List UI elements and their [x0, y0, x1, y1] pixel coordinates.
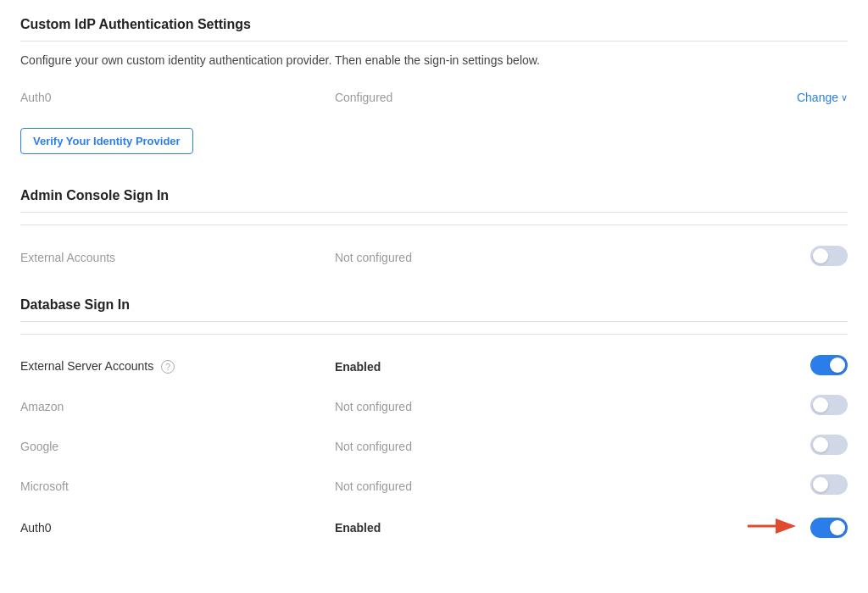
admin-console-title: Admin Console Sign In — [20, 188, 848, 213]
auth0-status: Enabled — [335, 521, 748, 535]
google-label: Google — [20, 440, 335, 453]
auth0-arrow-container — [748, 514, 848, 540]
change-link[interactable]: Change — [797, 91, 848, 104]
admin-console-divider — [20, 224, 848, 225]
external-accounts-status: Not configured — [335, 251, 780, 264]
external-accounts-toggle-container[interactable] — [780, 246, 848, 269]
external-server-status: Enabled — [335, 360, 780, 374]
microsoft-toggle-container[interactable] — [780, 474, 848, 497]
microsoft-status: Not configured — [335, 479, 780, 493]
microsoft-slider — [810, 474, 848, 495]
google-toggle[interactable] — [810, 435, 848, 455]
idp-provider-row: Auth0 Configured Change — [20, 82, 848, 113]
external-accounts-toggle[interactable] — [810, 246, 848, 266]
auth0-toggle[interactable] — [810, 518, 848, 538]
google-row: Google Not configured — [20, 426, 848, 466]
amazon-label: Amazon — [20, 400, 335, 413]
idp-provider-action[interactable]: Change — [780, 91, 848, 104]
external-server-toggle-container[interactable] — [780, 355, 848, 378]
external-accounts-row: External Accounts Not configured — [20, 237, 848, 277]
idp-provider-label: Auth0 — [20, 91, 335, 104]
admin-console-section: Admin Console Sign In External Accounts … — [20, 188, 848, 277]
amazon-toggle-container[interactable] — [780, 395, 848, 418]
verify-button-row: Verify Your Identity Provider — [20, 113, 848, 168]
amazon-row: Amazon Not configured — [20, 386, 848, 426]
microsoft-toggle[interactable] — [810, 474, 848, 495]
database-signin-section: Database Sign In External Server Account… — [20, 297, 848, 549]
external-accounts-label: External Accounts — [20, 251, 335, 264]
amazon-status: Not configured — [335, 400, 780, 413]
custom-idp-description: Configure your own custom identity authe… — [20, 53, 848, 67]
google-toggle-container[interactable] — [780, 435, 848, 457]
microsoft-label: Microsoft — [20, 479, 335, 493]
custom-idp-section: Custom IdP Authentication Settings Confi… — [20, 17, 848, 168]
amazon-slider — [810, 395, 848, 415]
microsoft-row: Microsoft Not configured — [20, 466, 848, 506]
external-server-slider — [810, 355, 848, 375]
database-signin-title: Database Sign In — [20, 297, 848, 322]
external-accounts-slider — [810, 246, 848, 266]
google-status: Not configured — [335, 440, 780, 453]
red-arrow-icon — [748, 514, 798, 540]
external-server-row: External Server Accounts ? Enabled — [20, 346, 848, 386]
auth0-toggle-container[interactable] — [748, 514, 848, 540]
help-icon[interactable]: ? — [161, 360, 175, 374]
google-slider — [810, 435, 848, 455]
custom-idp-title: Custom IdP Authentication Settings — [20, 17, 848, 42]
auth0-row: Auth0 Enabled — [20, 506, 848, 549]
external-server-label: External Server Accounts ? — [20, 359, 335, 374]
auth0-label: Auth0 — [20, 521, 335, 535]
auth0-slider — [810, 518, 848, 538]
amazon-toggle[interactable] — [810, 395, 848, 415]
external-server-toggle[interactable] — [810, 355, 848, 375]
verify-identity-button[interactable]: Verify Your Identity Provider — [20, 128, 193, 154]
database-signin-divider — [20, 334, 848, 335]
idp-provider-status: Configured — [335, 91, 780, 104]
